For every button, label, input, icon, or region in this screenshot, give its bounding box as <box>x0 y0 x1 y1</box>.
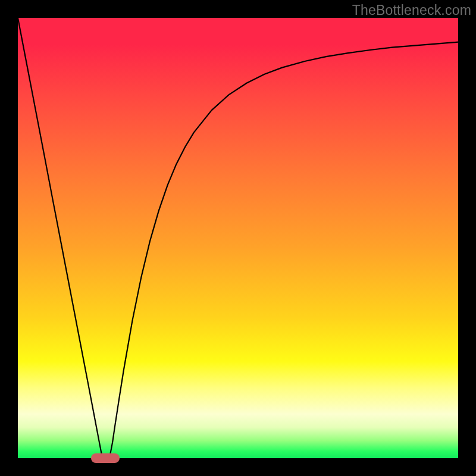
curve-layer <box>18 18 458 458</box>
optimum-marker <box>91 453 120 463</box>
chart-frame: TheBottleneck.com <box>0 0 476 476</box>
plot-area <box>18 18 458 458</box>
watermark-text: TheBottleneck.com <box>352 2 471 18</box>
bottleneck-curve <box>18 18 458 458</box>
